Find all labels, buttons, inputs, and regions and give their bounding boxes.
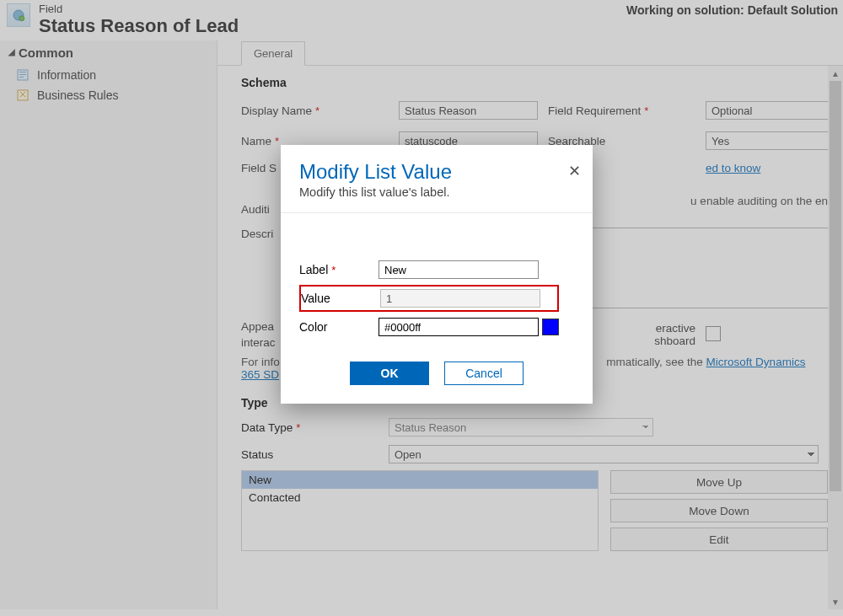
cancel-button[interactable]: Cancel [444, 362, 524, 385]
modal-subtitle: Modify this list value's label. [299, 185, 574, 199]
close-icon[interactable]: ✕ [568, 162, 581, 180]
modify-list-value-dialog: Modify List Value Modify this list value… [281, 145, 593, 404]
modal-value-label: Value [301, 292, 380, 305]
modal-label-label: Label * [299, 263, 379, 276]
color-swatch[interactable] [542, 319, 559, 335]
modal-title: Modify List Value [299, 160, 574, 184]
modal-label-input[interactable] [379, 260, 539, 279]
modal-color-label: Color [299, 320, 379, 334]
modal-color-input[interactable] [379, 318, 539, 336]
ok-button[interactable]: OK [350, 362, 429, 385]
modal-value-input [380, 289, 540, 308]
